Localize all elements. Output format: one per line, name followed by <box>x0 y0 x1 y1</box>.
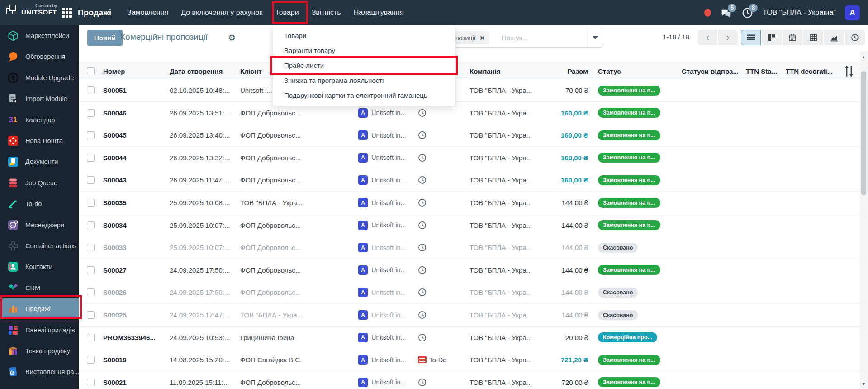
dropdown-item-5[interactable]: Подарункові картки та електронний гамане… <box>273 88 455 103</box>
row-checkbox[interactable] <box>87 131 95 139</box>
search-input[interactable] <box>502 31 574 44</box>
table-row[interactable]: S0002624.09.2025 17:50:...ФОП Добровольс… <box>79 281 868 304</box>
table-row[interactable]: S0003325.09.2025 10:07:...ФОП Добровольс… <box>79 236 868 259</box>
row-checkbox[interactable] <box>87 176 95 184</box>
facet-remove-icon[interactable]: ✕ <box>479 34 485 42</box>
todo-activity[interactable]: To-Do <box>418 356 447 364</box>
search-dropdown-toggle[interactable] <box>587 28 603 47</box>
pager-previous-button[interactable]: ‹ <box>698 30 717 45</box>
new-button[interactable]: Новий <box>87 30 123 46</box>
top-menu-item-1[interactable]: Замовлення <box>127 9 168 17</box>
view-list-button[interactable] <box>741 30 761 45</box>
row-checkbox[interactable] <box>87 311 95 319</box>
dropdown-item-4[interactable]: Знижка та програма лояльності <box>273 73 455 88</box>
view-pivot-button[interactable] <box>803 30 823 45</box>
table-row[interactable]: S0004626.09.2025 13:51:...ФОП Добровольс… <box>79 102 868 125</box>
gear-icon[interactable]: ⚙ <box>228 33 236 43</box>
schedule-activity-button[interactable] <box>418 243 427 252</box>
sidebar-item-13[interactable]: CRM <box>0 278 79 298</box>
column-header-company[interactable]: Компанія <box>470 63 542 79</box>
user-avatar[interactable]: A <box>845 5 860 20</box>
row-checkbox[interactable] <box>87 266 95 274</box>
table-row[interactable]: S0003525.09.2025 10:08:...ТОВ "БПЛА - Ук… <box>79 192 868 214</box>
schedule-activity-button[interactable] <box>418 176 427 184</box>
row-checkbox[interactable] <box>87 379 95 386</box>
row-checkbox[interactable] <box>87 244 95 251</box>
row-checkbox[interactable] <box>87 221 95 229</box>
top-menu-item-5[interactable]: Налаштування <box>354 9 404 17</box>
schedule-activity-button[interactable] <box>418 288 427 297</box>
row-checkbox[interactable] <box>87 109 95 117</box>
row-checkbox[interactable] <box>87 199 95 207</box>
top-menu-item-3[interactable]: Товари <box>275 9 299 17</box>
table-row[interactable]: S0004326.09.2025 11:47:...ФОП Добровольс… <box>79 169 868 192</box>
table-row[interactable]: S0005102.10.2025 10:48:...Unitsoft i...A… <box>79 79 868 102</box>
row-checkbox[interactable] <box>87 356 95 364</box>
view-activity-button[interactable] <box>845 30 865 45</box>
column-header-date[interactable]: Дата створення <box>170 63 237 79</box>
scrollbar-thumb[interactable] <box>861 71 866 195</box>
sidebar-item-8[interactable]: Job Queue <box>0 173 79 193</box>
schedule-activity-button[interactable] <box>418 333 427 342</box>
apps-grid-icon[interactable] <box>62 8 72 18</box>
scroll-down-arrow[interactable]: ▼ <box>860 380 868 388</box>
dropdown-item-3[interactable]: Прайс-листи <box>273 58 455 73</box>
messages-button[interactable]: 5 <box>720 7 732 19</box>
company-switcher[interactable]: ТОВ "БПЛА - Україна" <box>763 9 836 17</box>
row-checkbox[interactable] <box>87 86 95 94</box>
sidebar-item-9[interactable]: To-do <box>0 193 79 214</box>
row-checkbox[interactable] <box>87 154 95 162</box>
view-kanban-button[interactable] <box>762 30 782 45</box>
dropdown-item-1[interactable]: Товари <box>273 28 455 43</box>
schedule-activity-button[interactable] <box>418 266 427 274</box>
table-row[interactable]: S0001914.08.2025 15:20:...ФОП Сагайдак В… <box>79 349 868 371</box>
column-header-ttn-decoration[interactable]: TTN decorati... <box>786 63 840 79</box>
column-header-status[interactable]: Статус <box>598 63 679 79</box>
sidebar-item-3[interactable]: Module Upgrade <box>0 67 79 88</box>
pager-next-button[interactable]: › <box>718 30 738 45</box>
column-header-total[interactable]: Разом <box>536 63 588 79</box>
row-checkbox[interactable] <box>87 288 95 296</box>
schedule-activity-button[interactable] <box>418 221 427 230</box>
sidebar-item-12[interactable]: Контакти <box>0 256 79 277</box>
top-menu-item-4[interactable]: Звітність <box>312 9 341 17</box>
view-calendar-button[interactable] <box>783 30 802 45</box>
sidebar-item-16[interactable]: Точка продажу <box>0 341 79 361</box>
table-row[interactable]: S0002724.09.2025 17:50:...ФОП Добровольс… <box>79 259 868 282</box>
activities-button[interactable]: 8 <box>741 7 754 19</box>
table-row[interactable]: S0004526.09.2025 13:40:...ФОП Добровольс… <box>79 124 868 147</box>
view-graph-button[interactable] <box>824 30 844 45</box>
schedule-activity-button[interactable] <box>418 109 427 117</box>
sidebar-item-14[interactable]: Продажі <box>0 298 79 319</box>
sidebar-item-7[interactable]: Документи <box>0 151 79 172</box>
sidebar-item-11[interactable]: Container actions <box>0 235 79 256</box>
table-row[interactable]: PROM3633946...24.09.2025 10:53:...Грициш… <box>79 327 868 349</box>
top-menu-item-2[interactable]: До включення у рахунок <box>181 9 262 17</box>
column-header-ttn-status[interactable]: TTN Sta... <box>746 63 782 79</box>
select-all-checkbox[interactable] <box>87 67 95 75</box>
sidebar-item-6[interactable]: Нова Пошта <box>0 130 79 151</box>
sidebar-item-5[interactable]: 31Календар <box>0 110 79 130</box>
sidebar-item-1[interactable]: Маркетплейси <box>0 25 79 46</box>
sidebar-item-10[interactable]: Месенджери <box>0 215 79 235</box>
sidebar-item-2[interactable]: Обговорення <box>0 46 79 67</box>
unitsoft-logo[interactable]: Custom by UNITSOFT <box>6 4 57 16</box>
sidebar-item-17[interactable]: $Виставлення ра... <box>0 361 79 382</box>
sidebar-item-4[interactable]: Import Module <box>0 88 79 109</box>
column-header-shipping-statuses[interactable]: Статуси відпра... <box>682 63 740 79</box>
table-row[interactable]: S0002111.09.2025 15:11:...ФОП Добровольс… <box>79 371 868 389</box>
current-app-name[interactable]: Продажі <box>78 0 111 25</box>
optional-columns-button[interactable] <box>842 63 856 79</box>
table-row[interactable]: S0002524.09.2025 17:47:...ТОВ "БПЛА - Ук… <box>79 304 868 327</box>
table-row[interactable]: S0004426.09.2025 13:32:...ФОП Добровольс… <box>79 147 868 169</box>
dropdown-item-2[interactable]: Варіанти товару <box>273 43 455 58</box>
schedule-activity-button[interactable] <box>418 198 427 207</box>
scroll-up-arrow[interactable]: ▲ <box>860 53 868 61</box>
row-checkbox[interactable] <box>87 334 95 341</box>
column-header-number[interactable]: Номер <box>103 63 167 79</box>
schedule-activity-button[interactable] <box>418 154 427 162</box>
schedule-activity-button[interactable] <box>418 378 427 387</box>
table-row[interactable]: S0003425.09.2025 10:07:...ФОП Добровольс… <box>79 214 868 237</box>
sidebar-item-15[interactable]: Панелі приладів <box>0 320 79 341</box>
schedule-activity-button[interactable] <box>418 131 427 139</box>
